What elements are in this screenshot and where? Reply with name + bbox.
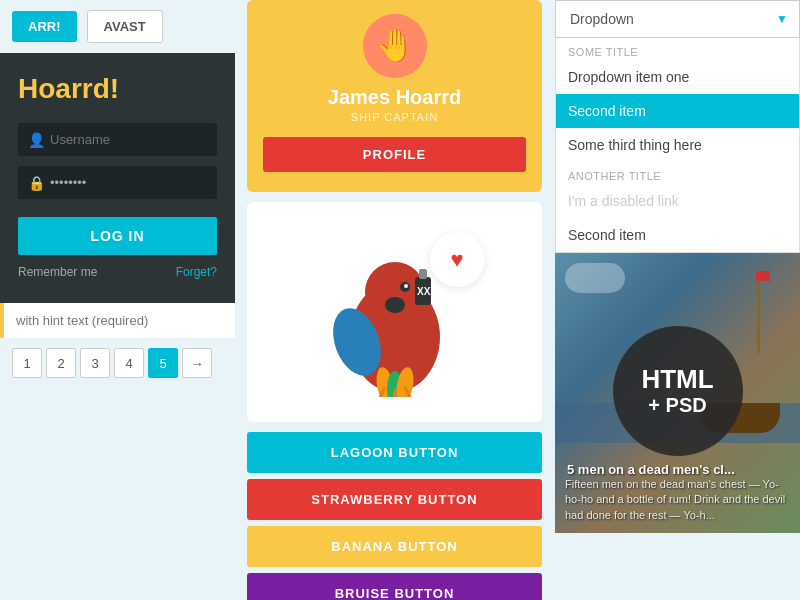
profile-role: SHIP CAPTAIN [263, 111, 526, 123]
speech-bubble: ♥ [430, 232, 485, 287]
remember-row: Remember me Forget? [18, 265, 217, 279]
right-panel: Dropdown ▼ SOME TITLE Dropdown item one … [555, 0, 800, 600]
svg-point-4 [385, 297, 405, 313]
dropdown-item-2-selected[interactable]: Second item [556, 94, 799, 128]
dropdown-item-3[interactable]: Some third thing here [556, 128, 799, 162]
sky-clouds [565, 263, 625, 293]
parrot-card: ♥ XXX [247, 202, 542, 422]
profile-button[interactable]: PROFILE [263, 137, 526, 172]
login-button[interactable]: LOG IN [18, 217, 217, 255]
forget-link[interactable]: Forget? [176, 265, 217, 279]
dropdown-container[interactable]: Dropdown ▼ [555, 0, 800, 38]
avatar: 🤚 [363, 14, 427, 78]
page-2-button[interactable]: 2 [46, 348, 76, 378]
dropdown-select[interactable]: Dropdown [555, 0, 800, 38]
avast-button[interactable]: AVAST [87, 10, 163, 43]
password-input[interactable] [18, 166, 217, 199]
top-bar: ARR! AVAST [0, 0, 235, 53]
avatar-svg: 🤚 [363, 14, 427, 78]
dropdown-item-disabled: I'm a disabled link [556, 184, 799, 218]
page-4-button[interactable]: 4 [114, 348, 144, 378]
painting-caption: 5 men on a dead men's cl... [565, 462, 790, 477]
painting-bg: HTML + PSD 5 men on a dead men's cl... F… [555, 253, 800, 533]
user-icon: 👤 [28, 132, 45, 148]
psd-text: + PSD [648, 394, 706, 417]
lagoon-button[interactable]: LAGOON BUTTON [247, 432, 542, 473]
dropdown-section-title-2: ANOTHER TITLE [556, 162, 799, 184]
svg-point-6 [404, 284, 408, 288]
profile-name: James Hoarrd [263, 86, 526, 109]
dropdown-menu: SOME TITLE Dropdown item one Second item… [555, 38, 800, 253]
dropdown-section-title-1: SOME TITLE [556, 38, 799, 60]
page-next-button[interactable]: → [182, 348, 212, 378]
lock-icon: 🔒 [28, 175, 45, 191]
svg-text:🤚: 🤚 [375, 26, 415, 64]
profile-card: 🤚 James Hoarrd SHIP CAPTAIN PROFILE [247, 0, 542, 192]
painting-description: Fifteen men on the dead man's chest — Yo… [565, 477, 790, 523]
pagination: 1 2 3 4 5 → [0, 338, 235, 388]
page-1-button[interactable]: 1 [12, 348, 42, 378]
bruise-button[interactable]: BRUISE BUTTON [247, 573, 542, 600]
svg-text:XXX: XXX [417, 286, 437, 297]
painting-overlay: HTML + PSD 5 men on a dead men's cl... F… [555, 316, 800, 533]
html-text: HTML [641, 365, 713, 394]
middle-panel: 🤚 James Hoarrd SHIP CAPTAIN PROFILE ♥ [247, 0, 542, 600]
svg-rect-12 [419, 269, 427, 279]
heart-icon: ♥ [450, 247, 463, 273]
login-title: Hoarrd! [18, 73, 217, 105]
username-group: 👤 [18, 123, 217, 156]
arr-button[interactable]: ARR! [12, 11, 77, 42]
banana-button[interactable]: BANANA BUTTON [247, 526, 542, 567]
page-3-button[interactable]: 3 [80, 348, 110, 378]
dropdown-item-5[interactable]: Second item [556, 218, 799, 252]
username-input[interactable] [18, 123, 217, 156]
login-panel: Hoarrd! 👤 🔒 LOG IN Remember me Forget? [0, 53, 235, 303]
avatar-container: 🤚 [263, 14, 526, 78]
painting-card: HTML + PSD 5 men on a dead men's cl... F… [555, 253, 800, 533]
strawberry-button[interactable]: STRAWBERRY BUTTON [247, 479, 542, 520]
html-badge: HTML + PSD [613, 326, 743, 456]
ship-flag [756, 271, 770, 281]
parrot-illustration: ♥ XXX [295, 222, 495, 402]
password-group: 🔒 [18, 166, 217, 199]
remember-label: Remember me [18, 265, 97, 279]
dropdown-item-1[interactable]: Dropdown item one [556, 60, 799, 94]
hint-input[interactable] [0, 303, 235, 338]
left-panel: ARR! AVAST Hoarrd! 👤 🔒 LOG IN Remember m… [0, 0, 235, 600]
page-5-button[interactable]: 5 [148, 348, 178, 378]
